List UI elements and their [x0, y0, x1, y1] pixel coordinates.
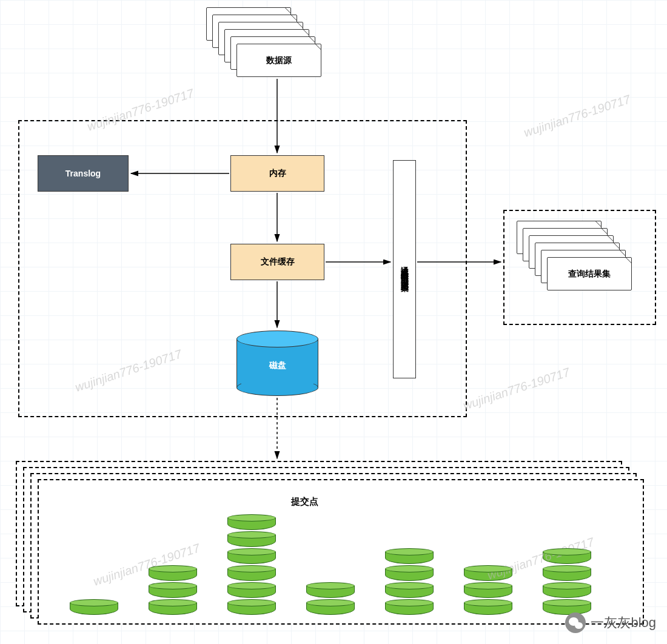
- disk-label: 磁盘: [269, 360, 286, 371]
- segment-disk: [385, 582, 434, 598]
- segment-disk: [464, 582, 512, 598]
- segment-disk: [149, 582, 197, 598]
- wechat-icon: [565, 612, 586, 633]
- segment-disk: [227, 599, 276, 615]
- data-source-stack: 数据源: [206, 7, 327, 86]
- segment-disk: [464, 599, 512, 615]
- segment-disk: [227, 548, 276, 564]
- file-cache-label: 文件缓存: [261, 257, 295, 267]
- data-source-label: 数据源: [266, 55, 292, 66]
- segment-disk: [306, 599, 355, 615]
- memory-box: 内存: [230, 155, 324, 192]
- watermark: wujinjian776-190717: [522, 92, 632, 140]
- watermark: wujinjian776-190717: [461, 365, 572, 413]
- filter-label: 通过文档多数据记录日期过滤文档集: [399, 260, 410, 279]
- segment-disk: [543, 582, 591, 598]
- segment-disk: [227, 531, 276, 547]
- blog-attribution: 一灰灰blog: [565, 612, 656, 633]
- memory-label: 内存: [269, 168, 286, 179]
- blog-label: 一灰灰blog: [591, 614, 656, 632]
- filter-box: 通过文档多数据记录日期过滤文档集: [393, 160, 416, 378]
- segment-disk: [227, 582, 276, 598]
- segment-disk: [385, 599, 434, 615]
- segment-disk: [70, 599, 118, 615]
- segment-disk: [306, 582, 355, 598]
- segment-disk: [385, 565, 434, 581]
- segment-disk: [543, 548, 591, 564]
- segment-disk: [227, 514, 276, 530]
- segment-disk: [543, 565, 591, 581]
- translog-label: Translog: [65, 169, 101, 178]
- segment-disk: [385, 548, 434, 564]
- result-label: 查询结果集: [568, 269, 611, 280]
- segment-disk: [464, 565, 512, 581]
- file-cache-box: 文件缓存: [230, 244, 324, 280]
- result-stack: 查询结果集: [517, 221, 644, 312]
- segment-disk: [149, 565, 197, 581]
- translog-box: Translog: [38, 155, 129, 192]
- segment-disk: [227, 565, 276, 581]
- segment-disk: [149, 599, 197, 615]
- segment-columns: [70, 497, 628, 619]
- disk-cylinder: 磁盘: [236, 330, 318, 396]
